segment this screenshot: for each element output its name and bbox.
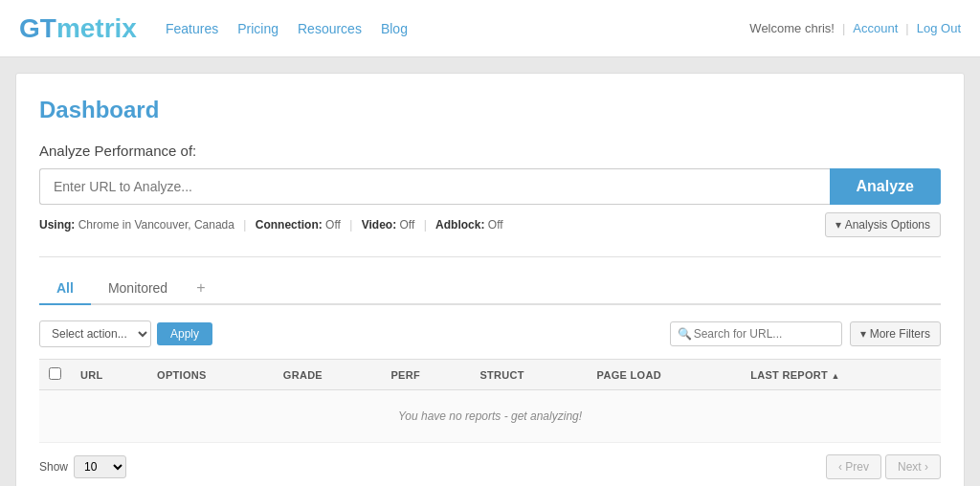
main-wrapper: Dashboard Analyze Performance of: Analyz… bbox=[0, 57, 980, 486]
col-options: OPTIONS bbox=[147, 360, 274, 390]
pagination: ‹ Prev Next › bbox=[826, 454, 941, 479]
nav-links: Features Pricing Resources Blog bbox=[166, 21, 408, 36]
url-input-row: Analyze bbox=[39, 168, 941, 205]
tab-add[interactable]: + bbox=[185, 274, 216, 304]
toolbar-right: 🔍 ▾ More Filters bbox=[670, 321, 941, 346]
connection-label: Connection: bbox=[256, 218, 323, 232]
location-prefix: in bbox=[122, 218, 131, 232]
sep1: | bbox=[243, 218, 246, 232]
show-label: Show bbox=[39, 460, 68, 474]
logo: GT metrix bbox=[19, 13, 137, 44]
header-right: Welcome chris! | Account | Log Out bbox=[749, 21, 961, 35]
toolbar-row: Select action... Apply 🔍 ▾ More Filters bbox=[39, 320, 941, 347]
content-card: Dashboard Analyze Performance of: Analyz… bbox=[15, 73, 965, 486]
using-label: Using: bbox=[39, 218, 75, 232]
analyze-button[interactable]: Analyze bbox=[830, 168, 941, 205]
search-icon: 🔍 bbox=[678, 327, 692, 341]
location-value: Vancouver, Canada bbox=[134, 218, 234, 232]
header: GT metrix Features Pricing Resources Blo… bbox=[0, 0, 980, 57]
analysis-options-label: Analysis Options bbox=[845, 218, 930, 232]
adblock-value: Off bbox=[488, 218, 503, 232]
tab-monitored[interactable]: Monitored bbox=[91, 273, 185, 305]
prev-button[interactable]: ‹ Prev bbox=[826, 454, 881, 479]
table-footer: Show 10 25 50 100 ‹ Prev Next › bbox=[39, 454, 941, 479]
connection-value: Off bbox=[325, 218, 341, 232]
logo-gt: GT bbox=[19, 13, 56, 44]
col-page-load: PAGE LOAD bbox=[588, 360, 742, 390]
no-reports-row: You have no reports - get analyzing! bbox=[39, 390, 941, 443]
nav-blog[interactable]: Blog bbox=[381, 21, 408, 36]
toolbar-left: Select action... Apply bbox=[39, 320, 212, 347]
empty-message: You have no reports - get analyzing! bbox=[39, 390, 941, 443]
dashboard-title: Dashboard bbox=[39, 97, 941, 123]
browser-value: Chrome bbox=[78, 218, 120, 232]
adblock-label: Adblock: bbox=[435, 218, 484, 232]
show-select[interactable]: 10 25 50 100 bbox=[74, 455, 126, 478]
col-grade: GRADE bbox=[274, 360, 382, 390]
logout-link[interactable]: Log Out bbox=[917, 21, 961, 35]
search-input[interactable] bbox=[670, 321, 842, 346]
chevron-down-icon-filters: ▾ bbox=[860, 327, 866, 341]
logo-metrix: metrix bbox=[56, 13, 137, 44]
separator-2: | bbox=[905, 21, 908, 35]
video-value: Off bbox=[400, 218, 415, 232]
tabs: All Monitored + bbox=[39, 273, 941, 305]
more-filters-label: More Filters bbox=[870, 327, 930, 341]
header-left: GT metrix Features Pricing Resources Blo… bbox=[19, 13, 408, 44]
chevron-down-icon: ▾ bbox=[835, 218, 841, 232]
separator-1: | bbox=[842, 21, 845, 35]
nav-pricing[interactable]: Pricing bbox=[237, 21, 278, 36]
tab-all[interactable]: All bbox=[39, 273, 91, 305]
col-struct: STRUCT bbox=[470, 360, 587, 390]
url-input[interactable] bbox=[39, 168, 830, 205]
more-filters-button[interactable]: ▾ More Filters bbox=[850, 321, 941, 346]
options-text: Using: Chrome in Vancouver, Canada | Con… bbox=[39, 218, 503, 232]
sep3: | bbox=[424, 218, 427, 232]
col-checkbox bbox=[39, 360, 71, 390]
next-button[interactable]: Next › bbox=[885, 454, 941, 479]
analysis-options-button[interactable]: ▾ Analysis Options bbox=[825, 212, 941, 237]
account-link[interactable]: Account bbox=[853, 21, 898, 35]
video-label: Video: bbox=[362, 218, 396, 232]
show-row: Show 10 25 50 100 bbox=[39, 455, 126, 478]
apply-button[interactable]: Apply bbox=[157, 322, 212, 345]
col-url: URL bbox=[71, 360, 147, 390]
col-last-report[interactable]: LAST REPORT bbox=[741, 360, 941, 390]
options-row: Using: Chrome in Vancouver, Canada | Con… bbox=[39, 212, 941, 237]
sep2: | bbox=[349, 218, 352, 232]
search-input-wrap: 🔍 bbox=[670, 321, 842, 346]
col-perf: PERF bbox=[381, 360, 470, 390]
action-select[interactable]: Select action... bbox=[39, 320, 151, 347]
select-all-checkbox[interactable] bbox=[49, 367, 61, 380]
table-header-row: URL OPTIONS GRADE PERF STRUCT bbox=[39, 360, 941, 390]
nav-features[interactable]: Features bbox=[166, 21, 218, 36]
divider bbox=[39, 256, 941, 257]
analyze-label: Analyze Performance of: bbox=[39, 143, 941, 159]
welcome-text: Welcome chris! bbox=[749, 21, 835, 35]
nav-resources[interactable]: Resources bbox=[298, 21, 362, 36]
report-table: URL OPTIONS GRADE PERF STRUCT bbox=[39, 359, 941, 443]
